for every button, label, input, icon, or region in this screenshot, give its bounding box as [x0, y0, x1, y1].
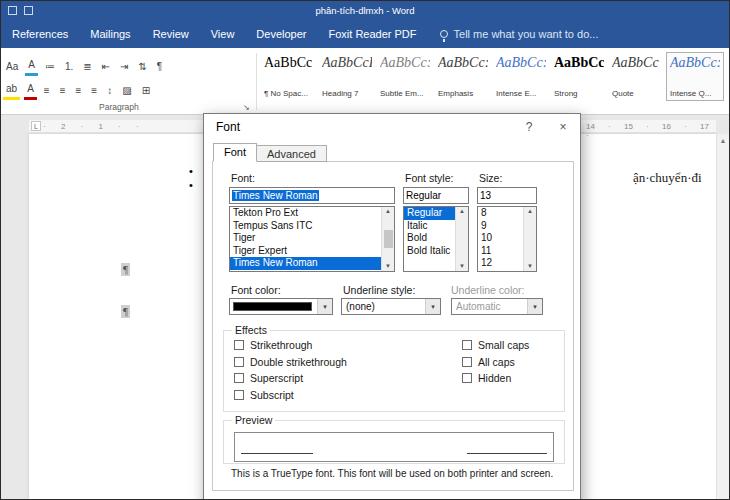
- dialog-title-bar[interactable]: Font ? ×: [204, 114, 580, 140]
- tab-review[interactable]: Review: [142, 20, 200, 48]
- checkbox-small-caps[interactable]: Small caps: [462, 339, 529, 356]
- style-emphasis[interactable]: AaBbCc: Emphasis: [435, 53, 491, 100]
- checkbox-label: Hidden: [478, 372, 511, 384]
- help-icon[interactable]: ?: [512, 114, 546, 140]
- tell-me-box[interactable]: Tell me what you want to do...: [428, 20, 611, 48]
- tab-selector-icon[interactable]: L: [31, 121, 41, 131]
- bullet-list-icon[interactable]: ≔: [42, 59, 58, 75]
- style-strong[interactable]: AaBbCc Strong: [551, 53, 607, 100]
- checkbox-icon[interactable]: [462, 340, 472, 350]
- indent-icon[interactable]: ⇥: [117, 59, 131, 75]
- dropdown-arrow-icon[interactable]: ▾: [317, 299, 332, 314]
- undo-icon[interactable]: [24, 6, 33, 15]
- font-style-label: Font style:: [405, 172, 453, 184]
- size-input[interactable]: 13: [477, 187, 537, 204]
- highlight-icon[interactable]: ab: [3, 81, 20, 100]
- scrollbar-thumb[interactable]: [384, 230, 393, 248]
- checkbox-icon[interactable]: [234, 357, 244, 367]
- tab-mailings[interactable]: Mailings: [79, 20, 141, 48]
- align-center-icon[interactable]: ≡: [57, 83, 69, 99]
- checkbox-strikethrough[interactable]: Strikethrough: [234, 339, 347, 356]
- font-name-list[interactable]: Tekton Pro Ext Tempus Sans ITC Tiger Tig…: [229, 206, 395, 272]
- font-name-value: Times New Roman: [232, 190, 319, 201]
- font-name-input[interactable]: Times New Roman: [229, 187, 395, 204]
- scroll-down-icon[interactable]: ▼: [459, 262, 465, 271]
- tab-foxit-reader-pdf[interactable]: Foxit Reader PDF: [318, 20, 428, 48]
- preview-group: Preview: [223, 414, 565, 464]
- outdent-icon[interactable]: ⇤: [99, 59, 113, 75]
- scroll-up-icon[interactable]: ▲: [459, 207, 465, 216]
- checkbox-icon[interactable]: [462, 373, 472, 383]
- tab-view[interactable]: View: [200, 20, 246, 48]
- font-list-scrollbar[interactable]: ▲ ▼: [381, 207, 394, 271]
- style-preview: AaBbCc:: [438, 55, 488, 81]
- checkbox-icon[interactable]: [462, 357, 472, 367]
- style-quote[interactable]: AaBbCc Quote: [609, 53, 665, 100]
- underline-style-label: Underline style:: [343, 284, 415, 296]
- checkbox-icon[interactable]: [234, 373, 244, 383]
- preview-text-line: [241, 453, 313, 454]
- font-style-input[interactable]: Regular: [403, 187, 469, 204]
- list-item[interactable]: Tekton Pro Ext: [230, 207, 394, 220]
- scroll-down-icon[interactable]: ▼: [527, 262, 533, 271]
- font-style-list[interactable]: Regular Italic Bold Bold Italic ▲ ▼: [403, 206, 469, 272]
- sort-icon[interactable]: ⇅: [135, 59, 149, 75]
- vertical-scrollbar[interactable]: ▲: [716, 134, 729, 499]
- underline-style-dropdown[interactable]: (none) ▾: [341, 298, 441, 315]
- font-dialog: Font ? × Font Advanced Font: Font style:…: [203, 113, 581, 500]
- text-effects-icon[interactable]: A: [25, 57, 38, 76]
- style-intense-quote[interactable]: AaBbCc: Intense Q...: [667, 53, 723, 100]
- change-case-icon[interactable]: Aa: [3, 59, 21, 75]
- show-marks-icon[interactable]: ¶: [154, 59, 165, 75]
- checkbox-icon[interactable]: [234, 390, 244, 400]
- font-style-scrollbar[interactable]: ▲ ▼: [455, 207, 468, 271]
- paragraph-dialog-launcher-icon[interactable]: ↘: [243, 103, 250, 112]
- truetype-note: This is a TrueType font. This font will …: [231, 468, 553, 479]
- size-list-scrollbar[interactable]: ▲ ▼: [523, 207, 536, 271]
- style-intense-emphasis[interactable]: AaBbCc: Intense E...: [493, 53, 549, 100]
- style-heading-7[interactable]: AaBbCcL Heading 7: [319, 53, 375, 100]
- list-item[interactable]: Tempus Sans ITC: [230, 220, 394, 233]
- effects-group: Effects Strikethrough Double strikethrou…: [223, 324, 565, 412]
- list-item[interactable]: Tiger: [230, 232, 394, 245]
- scroll-down-icon[interactable]: ▼: [385, 262, 391, 271]
- style-subtle-emphasis[interactable]: AaBbCc: Subtle Em...: [377, 53, 433, 100]
- scroll-up-icon[interactable]: ▲: [385, 207, 391, 216]
- style-preview: AaBbCc: [612, 55, 662, 81]
- tab-advanced[interactable]: Advanced: [257, 145, 327, 162]
- tab-references[interactable]: References: [1, 20, 79, 48]
- checkbox-hidden[interactable]: Hidden: [462, 372, 529, 389]
- shading-icon[interactable]: ▨: [119, 83, 134, 99]
- font-color-dropdown[interactable]: ▾: [229, 298, 333, 315]
- checkbox-double-strikethrough[interactable]: Double strikethrough: [234, 356, 347, 373]
- size-list[interactable]: 8 9 10 11 12 ▲ ▼: [477, 206, 537, 272]
- line-spacing-icon[interactable]: ↕: [104, 83, 115, 99]
- tab-developer[interactable]: Developer: [245, 20, 317, 48]
- font-color-icon[interactable]: A: [24, 81, 37, 100]
- multilevel-list-icon[interactable]: ≣: [80, 59, 94, 75]
- align-left-icon[interactable]: ≡: [41, 83, 53, 99]
- checkbox-label: Strikethrough: [250, 339, 312, 351]
- checkbox-icon[interactable]: [234, 340, 244, 350]
- checkbox-superscript[interactable]: Superscript: [234, 372, 347, 389]
- borders-icon[interactable]: ⊞: [139, 83, 153, 99]
- underline-style-value: (none): [346, 299, 375, 314]
- checkbox-all-caps[interactable]: All caps: [462, 356, 529, 373]
- scroll-up-icon[interactable]: ▲: [527, 207, 533, 216]
- word-window: phân-tích-dlmxh - Word References Mailin…: [0, 0, 730, 500]
- numbered-list-icon[interactable]: 1.: [62, 59, 76, 75]
- close-icon[interactable]: ×: [546, 114, 580, 140]
- paragraph-mark: ¶: [121, 305, 130, 318]
- style-no-spacing[interactable]: AaBbCc ¶ No Spac...: [261, 53, 317, 100]
- dropdown-arrow-icon[interactable]: ▾: [425, 299, 440, 314]
- align-right-icon[interactable]: ≡: [72, 83, 84, 99]
- justify-icon[interactable]: ≡: [88, 83, 100, 99]
- checkbox-subscript[interactable]: Subscript: [234, 389, 347, 406]
- list-item[interactable]: Times New Roman: [230, 257, 394, 270]
- list-item[interactable]: Tiger Expert: [230, 245, 394, 258]
- ribbon-tab-bar: References Mailings Review View Develope…: [1, 20, 729, 48]
- scroll-up-icon[interactable]: ▲: [720, 137, 727, 144]
- style-label: Subtle Em...: [380, 89, 430, 98]
- save-icon[interactable]: [8, 6, 17, 15]
- tab-font[interactable]: Font: [213, 143, 257, 162]
